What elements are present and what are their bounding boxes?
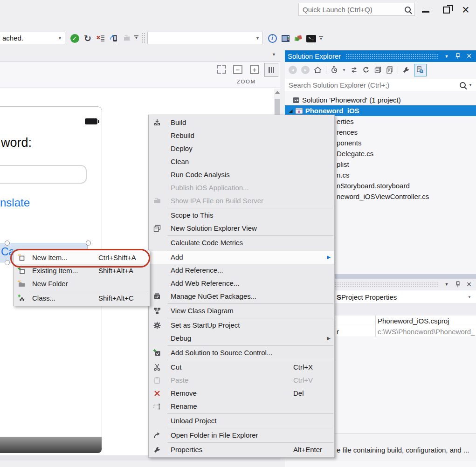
document-well-dropdown[interactable]: ▼: [272, 52, 276, 57]
menu-separator: [167, 208, 333, 208]
menu-item-shortcut: Alt+Enter: [293, 443, 322, 456]
toolbar-overflow-button[interactable]: ▼: [134, 35, 138, 40]
menu-item-properties[interactable]: PropertiesAlt+Enter: [149, 443, 334, 456]
back-button[interactable]: ◄: [289, 66, 297, 74]
menu-item-cut[interactable]: CutCtrl+X: [149, 361, 334, 374]
solution-explorer-titlebar[interactable]: Solution Explorer ▼ ×: [285, 50, 476, 62]
deploy-to-device-button[interactable]: [108, 32, 119, 43]
refresh-button[interactable]: ↻: [82, 33, 93, 44]
menu-item-build[interactable]: Build: [149, 116, 334, 129]
iphone-bottom-bezel: [0, 437, 102, 453]
selection-handle[interactable]: [5, 240, 10, 246]
expander-icon[interactable]: ◢: [289, 108, 293, 113]
menu-item-shortcut: Ctrl+X: [293, 361, 313, 374]
filter-dropdown-icon[interactable]: ▼: [342, 68, 346, 72]
empty-icon-gutter: [153, 335, 161, 342]
menu-item-run-code-analysis[interactable]: Run Code Analysis: [149, 168, 334, 181]
menu-item-show-ipa-file-on-build-server: Show IPA File on Build Server: [149, 194, 334, 207]
selection-handle[interactable]: [5, 260, 10, 265]
toolbar-combo[interactable]: ▼: [147, 32, 263, 44]
chevron-down-icon[interactable]: ▼: [469, 83, 472, 87]
menu-item-label: New Solution Explorer View: [171, 222, 257, 235]
property-value: Phoneword_iOS.csproj: [378, 317, 449, 325]
menu-item-add-solution-to-source-control[interactable]: Add Solution to Source Control...: [149, 346, 334, 359]
close-button[interactable]: ×: [459, 4, 473, 16]
zoom-actual-size-button[interactable]: [264, 63, 278, 77]
menu-item-shortcut: Ctrl+V: [293, 374, 313, 387]
minimize-button[interactable]: [419, 4, 433, 16]
battery-icon: [85, 118, 97, 124]
device-combo-text: ached.: [0, 34, 23, 42]
menu-item-scope-to-this[interactable]: Scope to This: [149, 209, 334, 222]
menu-item-label: Remove: [171, 387, 197, 400]
menu-item-remove[interactable]: RemoveDel: [149, 387, 334, 400]
menu-item-add[interactable]: Add▶: [149, 251, 334, 264]
empty-icon-gutter: [153, 267, 161, 274]
scrollbar-thumb[interactable]: [275, 99, 280, 115]
menu-item-unload-project[interactable]: Unload Project: [149, 414, 334, 427]
menu-item-manage-nuget-packages[interactable]: Manage NuGet Packages...: [149, 290, 334, 303]
menu-item-class[interactable]: Class...Shift+Alt+C: [14, 292, 150, 305]
zoom-in-button[interactable]: +: [250, 65, 259, 74]
empty-icon-gutter: [153, 132, 161, 139]
forward-button[interactable]: ►: [301, 66, 310, 74]
info-button[interactable]: i: [267, 33, 278, 44]
menu-separator: [167, 345, 333, 346]
menu-item-calculate-code-metrics[interactable]: Calculate Code Metrics: [149, 236, 334, 249]
collapse-all-button[interactable]: [374, 66, 382, 74]
refresh-button[interactable]: [362, 66, 370, 74]
window-position-dropdown[interactable]: ▼: [442, 54, 451, 59]
restore-button[interactable]: [439, 4, 453, 16]
window-position-dropdown[interactable]: ▼: [442, 282, 451, 287]
home-button[interactable]: [314, 66, 322, 74]
packages-button[interactable]: [292, 33, 304, 44]
clear-list-button[interactable]: [95, 33, 106, 44]
pending-changes-filter-button[interactable]: [331, 66, 338, 74]
preview-selected-items-toggle[interactable]: [414, 64, 427, 76]
pin-icon[interactable]: [454, 281, 462, 288]
grid-column-divider[interactable]: [375, 316, 376, 337]
menu-item-add-web-reference[interactable]: Add Web Reference...: [149, 277, 334, 290]
close-icon[interactable]: ×: [465, 51, 473, 61]
show-all-files-button[interactable]: [386, 66, 393, 74]
minimize-icon: [422, 11, 429, 13]
menu-item-rebuild[interactable]: Rebuild: [149, 129, 334, 142]
solution-explorer-search-input[interactable]: Search Solution Explorer (Ctrl+;) ▼: [285, 79, 476, 91]
translate-button-label[interactable]: nslate: [0, 196, 30, 209]
scroll-up-icon[interactable]: [275, 91, 280, 94]
menu-item-deploy[interactable]: Deploy: [149, 142, 334, 155]
menu-item-clean[interactable]: Clean: [149, 155, 334, 168]
phone-deploy-icon: [110, 34, 118, 42]
toolbar-grip-handle[interactable]: [142, 33, 145, 43]
newfolder-icon: [18, 280, 25, 288]
zoom-fit-button[interactable]: [217, 65, 226, 74]
menu-item-new-solution-explorer-view[interactable]: New Solution Explorer View: [149, 222, 334, 235]
menu-item-existing-item[interactable]: Existing Item...Shift+Alt+A: [14, 264, 150, 277]
menu-item-rename[interactable]: Rename: [149, 400, 334, 413]
toolbar-overflow-button-2[interactable]: ▼: [319, 36, 323, 41]
menu-item-new-folder[interactable]: New Folder: [14, 277, 150, 290]
phone-number-field[interactable]: [0, 165, 87, 184]
tree-item-solution[interactable]: Solution 'Phoneword' (1 project): [285, 95, 476, 105]
close-icon[interactable]: ×: [465, 280, 473, 289]
menu-item-new-item[interactable]: New Item...Ctrl+Shift+A: [14, 251, 150, 264]
refresh-icon: ↻: [84, 33, 91, 44]
properties-button[interactable]: [402, 66, 410, 74]
quick-launch-box[interactable]: Quick Launch (Ctrl+Q): [298, 3, 415, 16]
menu-item-view-class-diagram[interactable]: View Class Diagram: [149, 304, 334, 317]
search-icon: [405, 7, 411, 13]
device-combo[interactable]: ached. ▼: [0, 32, 65, 44]
run-check-button[interactable]: ✓: [69, 33, 80, 44]
menu-item-set-as-startup-project[interactable]: Set as StartUp Project: [149, 319, 334, 332]
selection-handle[interactable]: [86, 240, 91, 246]
menu-item-open-folder-in-file-explorer[interactable]: Open Folder in File Explorer: [149, 429, 334, 442]
submenu-arrow-icon: ▶: [327, 251, 331, 264]
menu-item-add-reference[interactable]: Add Reference...: [149, 264, 334, 277]
menu-item-debug[interactable]: Debug▶: [149, 332, 334, 345]
simulator-button[interactable]: [280, 33, 291, 44]
sync-with-active-document-button[interactable]: [350, 66, 358, 74]
pin-icon[interactable]: [454, 53, 462, 60]
console-button[interactable]: >_: [305, 33, 317, 44]
zoom-out-button[interactable]: −: [233, 65, 242, 74]
disabled-tool-button: [121, 33, 132, 44]
